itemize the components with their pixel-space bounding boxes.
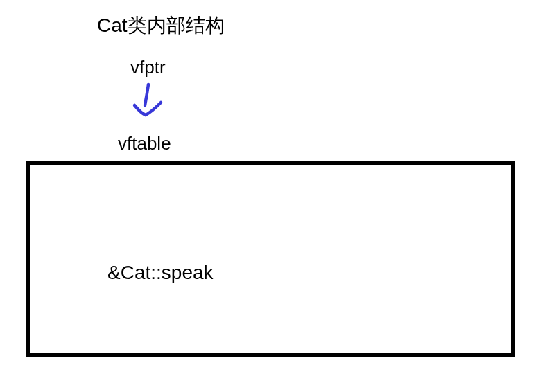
vftable-entry: &Cat::speak [107,262,214,284]
vfptr-label: vfptr [130,57,166,78]
vftable-box: &Cat::speak [26,161,515,357]
arrow-down-icon [126,80,175,122]
vftable-label: vftable [118,133,171,154]
diagram-title: Cat类内部结构 [97,12,225,39]
